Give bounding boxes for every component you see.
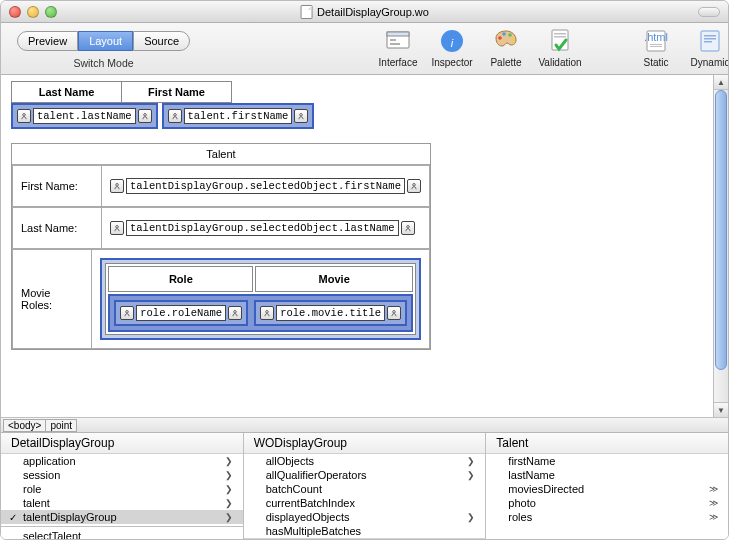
close-window-button[interactable] — [9, 6, 21, 18]
browser-col2-title: WODisplayGroup — [244, 433, 486, 454]
binding-handle-icon[interactable] — [110, 179, 124, 193]
last-name-label: Last Name: — [12, 207, 102, 249]
window-title: DetailDisplayGroup.wo — [317, 6, 429, 18]
binding-field: talentDisplayGroup.selectedObject.firstN… — [126, 178, 405, 194]
svg-rect-1 — [387, 32, 409, 36]
interface-icon — [383, 27, 413, 55]
browser-item[interactable]: allQualifierOperators❯ — [244, 468, 486, 482]
static-toolbar-item[interactable]: .html Static — [630, 27, 682, 68]
binding-handle-icon[interactable] — [294, 109, 308, 123]
binding-cell-last-name[interactable]: talent.lastName — [11, 103, 158, 129]
svg-point-10 — [511, 38, 515, 42]
preview-mode-button[interactable]: Preview — [17, 31, 78, 51]
browser-item[interactable]: roles≫ — [486, 510, 728, 524]
inspector-toolbar-item[interactable]: i Inspector — [426, 27, 478, 68]
zoom-window-button[interactable] — [45, 6, 57, 18]
document-icon — [300, 5, 312, 19]
binding-cell-first-name[interactable]: talent.firstName — [162, 103, 315, 129]
svg-point-34 — [126, 311, 129, 314]
svg-rect-16 — [650, 44, 662, 45]
browser-item[interactable]: moviesDirected≫ — [486, 482, 728, 496]
path-token-point[interactable]: point — [45, 419, 77, 432]
double-chevron-right-icon: ≫ — [709, 512, 718, 522]
browser-col3-title: Talent — [486, 433, 728, 454]
dynamic-icon — [695, 27, 725, 55]
browser-col3-items[interactable]: firstName lastName moviesDirected≫ photo… — [486, 454, 728, 539]
binding-handle-icon[interactable] — [110, 221, 124, 235]
toolbar-toggle-button[interactable] — [698, 7, 720, 17]
path-token-body[interactable]: <body> — [3, 419, 46, 432]
browser-item[interactable]: photo≫ — [486, 496, 728, 510]
top-table: Last Name First Name — [11, 81, 232, 103]
chevron-right-icon: ❯ — [467, 456, 475, 466]
palette-icon — [491, 27, 521, 55]
minimize-window-button[interactable] — [27, 6, 39, 18]
vertical-scrollbar[interactable]: ▲ ▼ — [713, 75, 728, 417]
svg-point-8 — [502, 32, 506, 36]
browser-item-selected[interactable]: talentDisplayGroup❯ — [1, 510, 243, 524]
binding-handle-icon[interactable] — [168, 109, 182, 123]
interface-toolbar-item[interactable]: Interface — [372, 27, 424, 68]
svg-point-31 — [413, 184, 416, 187]
svg-point-28 — [173, 114, 176, 117]
browser-item[interactable]: displayedObjects❯ — [244, 510, 486, 524]
chevron-right-icon: ❯ — [225, 484, 233, 494]
scroll-down-icon: ▼ — [717, 406, 725, 415]
binding-handle-icon[interactable] — [120, 306, 134, 320]
binding-role-name[interactable]: role.roleName — [114, 300, 248, 326]
switch-mode-label: Switch Mode — [73, 57, 133, 69]
browser-item[interactable]: application❯ — [1, 454, 243, 468]
validation-toolbar-item[interactable]: Validation — [534, 27, 586, 68]
double-chevron-right-icon: ≫ — [709, 484, 718, 494]
browser-item[interactable]: role❯ — [1, 482, 243, 496]
binding-handle-icon[interactable] — [228, 306, 242, 320]
browser-col1-items[interactable]: application❯ session❯ role❯ talent❯ tale… — [1, 454, 243, 539]
binding-handle-icon[interactable] — [407, 179, 421, 193]
palette-toolbar-item[interactable]: Palette — [480, 27, 532, 68]
chevron-right-icon: ❯ — [225, 470, 233, 480]
browser-item[interactable]: allObjects❯ — [244, 454, 486, 468]
svg-point-29 — [300, 114, 303, 117]
binding-browser: DetailDisplayGroup application❯ session❯… — [1, 433, 728, 539]
binding-first-name[interactable]: talentDisplayGroup.selectedObject.firstN… — [110, 178, 421, 194]
titlebar: DetailDisplayGroup.wo — [1, 1, 728, 23]
binding-handle-icon[interactable] — [260, 306, 274, 320]
browser-item[interactable]: session❯ — [1, 468, 243, 482]
svg-point-37 — [393, 311, 396, 314]
layout-editor[interactable]: Last Name First Name talent.lastName tal… — [1, 75, 713, 417]
svg-rect-2 — [390, 39, 396, 41]
binding-field: role.movie.title — [276, 305, 385, 321]
browser-item[interactable]: talent❯ — [1, 496, 243, 510]
browser-item[interactable]: currentBatchIndex — [244, 496, 486, 510]
scroll-thumb[interactable] — [715, 90, 727, 370]
browser-col2-items[interactable]: allObjects❯ allQualifierOperators❯ batch… — [244, 454, 486, 539]
svg-point-32 — [116, 226, 119, 229]
dynamic-toolbar-item[interactable]: Dynamic — [684, 27, 729, 68]
switch-mode-segment: Preview Layout Source — [17, 31, 190, 51]
browser-action-item[interactable]: selectTalent — [1, 529, 243, 539]
binding-handle-icon[interactable] — [138, 109, 152, 123]
chevron-right-icon: ❯ — [225, 456, 233, 466]
svg-rect-21 — [704, 41, 712, 43]
binding-handle-icon[interactable] — [401, 221, 415, 235]
divider — [1, 526, 243, 527]
binding-last-name[interactable]: talentDisplayGroup.selectedObject.lastNa… — [110, 220, 415, 236]
role-column-header: Role — [108, 266, 253, 292]
browser-col1-title: DetailDisplayGroup — [1, 433, 243, 454]
binding-handle-icon[interactable] — [17, 109, 31, 123]
layout-mode-button[interactable]: Layout — [78, 31, 133, 51]
browser-item-selected[interactable]: masterObject❯ — [244, 538, 486, 539]
static-icon: .html — [641, 27, 671, 55]
binding-field: talent.lastName — [33, 108, 136, 124]
source-mode-button[interactable]: Source — [133, 31, 190, 51]
roles-repetition[interactable]: Role Movie role.roleName — [100, 258, 421, 340]
browser-item[interactable]: batchCount — [244, 482, 486, 496]
binding-handle-icon[interactable] — [387, 306, 401, 320]
first-name-label: First Name: — [12, 165, 102, 207]
svg-rect-12 — [554, 33, 566, 35]
browser-item[interactable]: hasMultipleBatches — [244, 524, 486, 538]
browser-item[interactable]: lastName — [486, 468, 728, 482]
browser-item[interactable]: firstName — [486, 454, 728, 468]
binding-movie-title[interactable]: role.movie.title — [254, 300, 407, 326]
svg-text:.html: .html — [644, 31, 668, 43]
